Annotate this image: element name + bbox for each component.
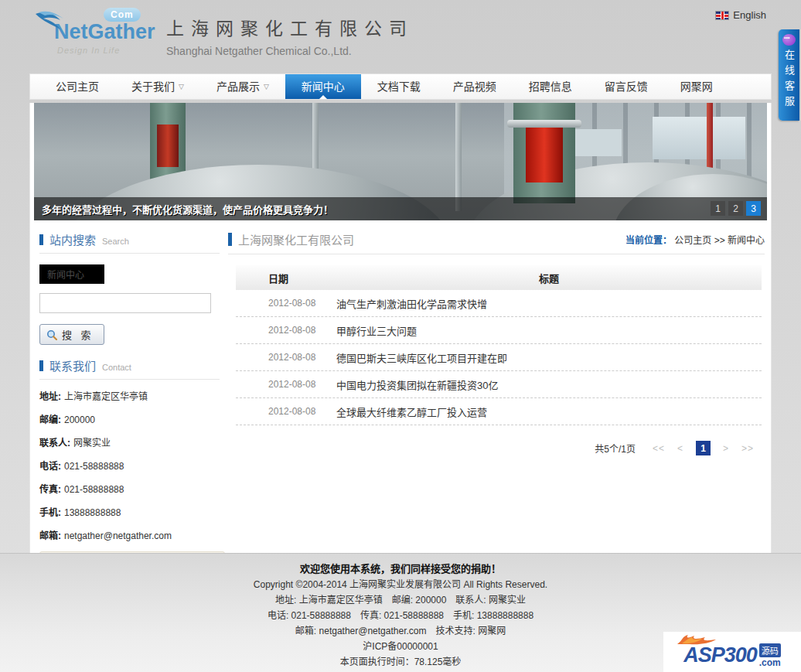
asp300-watermark-logo[interactable]: ASP300 源码 .com	[663, 632, 801, 672]
contact-section-header: 联系我们 Contact	[39, 357, 220, 380]
news-date: 2012-08-08	[236, 352, 336, 363]
table-row: 2012-08-08 中国电力投资集团拟在新疆投资30亿	[236, 371, 762, 398]
language-switch-english[interactable]: English	[715, 9, 766, 21]
search-button[interactable]: 搜 索	[39, 324, 104, 345]
banner-caption: 多年的经营过程中，不断优化货源渠道，使产品价格更具竞争力！	[42, 202, 333, 217]
panel-header: 上海网聚化工有限公司 当前位置： 公司主页 >> 新闻中心	[228, 231, 765, 254]
banner-pagination: 1 2 3	[711, 201, 761, 216]
nav-item-home[interactable]: 公司主页	[39, 74, 115, 99]
contact-section-subtitle: Contact	[102, 363, 131, 372]
chevron-down-icon: ▽	[264, 74, 269, 100]
contact-section-title: 联系我们	[49, 357, 96, 374]
nav-item-news[interactable]: 新闻中心	[285, 74, 361, 99]
bird-swoosh-icon	[34, 9, 74, 36]
pagination: 共5个/1页 << < 1 > >>	[228, 425, 765, 455]
contact-mobile: 手机:13888888888	[39, 505, 220, 518]
nav-item-downloads[interactable]: 文档下载	[361, 74, 437, 99]
reactor-column	[513, 103, 575, 203]
search-section-header: 站内搜索 Search	[39, 231, 220, 254]
contact-fax: 传真:021-58888888	[39, 482, 220, 495]
page-title: 上海网聚化工有限公司	[238, 231, 625, 247]
logo-tagline: Design In Life	[57, 46, 161, 55]
contact-address: 地址:上海市嘉定区华亭镇	[39, 389, 220, 402]
contact-person: 联系人:网聚实业	[39, 435, 220, 449]
news-date: 2012-08-08	[236, 298, 336, 309]
section-marker	[39, 234, 43, 245]
pagination-current-page[interactable]: 1	[696, 441, 711, 455]
news-date: 2012-08-08	[236, 406, 336, 417]
magnifier-icon	[46, 329, 57, 340]
dotcom-text: .com	[759, 657, 781, 668]
table-row: 2012-08-08 全球最大纤维素乙醇工厂投入运营	[236, 398, 762, 425]
main-panel: 上海网聚化工有限公司 当前位置： 公司主页 >> 新闻中心 日期 标题 2012…	[223, 220, 771, 595]
pagination-summary: 共5个/1页	[595, 442, 636, 455]
breadcrumb-label: 当前位置：	[625, 235, 672, 246]
uk-flag-icon	[715, 11, 729, 20]
online-service-label: 在线客服	[782, 49, 796, 111]
factory-windows	[653, 117, 745, 159]
column-header-title: 标题	[336, 271, 762, 285]
banner-caption-bar: 多年的经营过程中，不断优化货源渠道，使产品价格更具竞争力！	[34, 197, 767, 220]
chat-bubble-icon	[782, 34, 796, 46]
breadcrumb-path[interactable]: 公司主页 >> 新闻中心	[674, 235, 765, 246]
asp300-text: ASP300	[683, 643, 757, 667]
contact-zip: 邮编:200000	[39, 412, 220, 425]
online-service-tab[interactable]: 在线客服	[779, 29, 799, 121]
pagination-next[interactable]: >	[723, 443, 729, 454]
news-title-link[interactable]: 中国电力投资集团拟在新疆投资30亿	[336, 377, 498, 392]
contact-email: 邮箱:netgather@netgather.com	[39, 528, 220, 541]
table-row: 2012-08-08 德国巴斯夫三峡库区化工项目开建在即	[236, 344, 762, 371]
language-label: English	[733, 9, 766, 21]
banner-page-1[interactable]: 1	[711, 201, 725, 216]
news-title-link[interactable]: 全球最大纤维素乙醇工厂投入运营	[336, 404, 487, 419]
nav-item-netgather[interactable]: 网聚网	[664, 74, 729, 99]
news-table: 日期 标题 2012-08-08 油气生产刺激油田化学品需求快增 2012-08…	[236, 265, 762, 425]
table-row: 2012-08-08 油气生产刺激油田化学品需求快增	[236, 290, 762, 317]
chevron-down-icon: ▽	[179, 74, 184, 100]
pagination-prev[interactable]: <	[677, 443, 683, 454]
company-name-en: Shanghai Netgather Chemical Co.,Ltd.	[166, 45, 414, 57]
content-area: 多年的经营过程中，不断优化货源渠道，使产品价格更具竞争力！ 1 2 3 站内搜索…	[29, 103, 772, 556]
contact-phone: 电话:021-58888888	[39, 459, 220, 472]
yuanma-badge: 源码	[759, 643, 781, 657]
pipe	[455, 103, 462, 211]
logo: Com NetGather Design In Life	[37, 8, 161, 55]
active-tab-notch	[319, 95, 327, 99]
section-marker	[228, 233, 232, 246]
nav-item-feedback[interactable]: 留言反馈	[588, 74, 664, 99]
news-title-link[interactable]: 甲醇行业三大问题	[336, 323, 417, 338]
footer-copyright: Copyright ©2004-2014 上海网聚实业发展有限公司 All Ri…	[0, 577, 801, 592]
nav-item-about[interactable]: 关于我们▽	[115, 74, 200, 99]
contact-list: 地址:上海市嘉定区华亭镇 邮编:200000 联系人:网聚实业 电话:021-5…	[39, 389, 220, 541]
page-header: Com NetGather Design In Life 上海网聚化工有限公司 …	[0, 0, 801, 73]
nav-item-jobs[interactable]: 招聘信息	[513, 74, 588, 99]
search-section-subtitle: Search	[102, 237, 129, 246]
news-date: 2012-08-08	[236, 325, 336, 336]
company-titles: 上海网聚化工有限公司 Shanghai Netgather Chemical C…	[166, 14, 414, 57]
flame-icon	[676, 633, 722, 646]
column-header-date: 日期	[236, 271, 336, 285]
main-navigation: 公司主页 关于我们▽ 产品展示▽ 新闻中心 文档下载 产品视频 招聘信息 留言反…	[29, 73, 772, 100]
category-link-news[interactable]: 新闻中心	[39, 264, 104, 284]
banner-page-3[interactable]: 3	[746, 201, 761, 216]
hero-banner: 多年的经营过程中，不断优化货源渠道，使产品价格更具竞争力！ 1 2 3	[34, 103, 767, 220]
footer-phones: 电话: 021-58888888 传真: 021-58888888 手机: 13…	[0, 608, 801, 623]
pagination-last[interactable]: >>	[741, 443, 754, 454]
footer-welcome: 欢迎您使用本系统，我们同样接受您的捐助！	[0, 561, 801, 577]
nav-item-products[interactable]: 产品展示▽	[200, 74, 285, 99]
table-row: 2012-08-08 甲醇行业三大问题	[236, 317, 762, 344]
section-marker	[39, 360, 43, 371]
sidebar: 站内搜索 Search 新闻中心 搜 索 联系我们 Contact 地址:上海市…	[30, 220, 223, 595]
search-input[interactable]	[39, 293, 211, 313]
breadcrumb: 当前位置： 公司主页 >> 新闻中心	[625, 233, 765, 246]
tank-flange	[507, 120, 581, 128]
pagination-first[interactable]: <<	[653, 443, 665, 454]
logo-com-badge: Com	[104, 8, 141, 22]
footer-address: 地址: 上海市嘉定区华亭镇 邮编: 200000 联系人: 网聚实业	[0, 592, 801, 608]
news-title-link[interactable]: 油气生产刺激油田化学品需求快增	[336, 296, 487, 311]
banner-page-2[interactable]: 2	[728, 201, 743, 216]
news-table-header: 日期 标题	[236, 265, 762, 290]
news-date: 2012-08-08	[236, 379, 336, 390]
nav-item-videos[interactable]: 产品视频	[437, 74, 513, 99]
news-title-link[interactable]: 德国巴斯夫三峡库区化工项目开建在即	[336, 350, 507, 365]
